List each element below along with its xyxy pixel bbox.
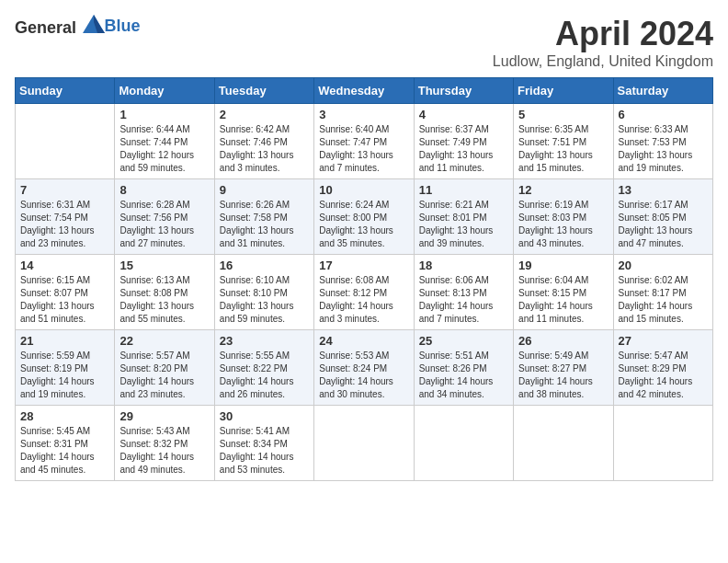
- day-number: 12: [518, 183, 608, 197]
- calendar-table: SundayMondayTuesdayWednesdayThursdayFrid…: [15, 77, 713, 481]
- day-number: 6: [619, 108, 708, 121]
- day-number: 20: [619, 259, 708, 272]
- weekday-header-sunday: Sunday: [16, 78, 115, 104]
- day-info: Sunrise: 6:15 AMSunset: 8:07 PMDaylight:…: [20, 274, 109, 326]
- day-info: Sunrise: 5:45 AMSunset: 8:31 PMDaylight:…: [20, 425, 109, 477]
- day-number: 16: [220, 259, 309, 272]
- day-number: 15: [119, 259, 209, 272]
- calendar-cell: 7Sunrise: 6:31 AMSunset: 7:54 PMDaylight…: [16, 179, 115, 255]
- day-number: 27: [619, 334, 708, 348]
- calendar-cell: [16, 104, 115, 179]
- calendar-cell: 20Sunrise: 6:02 AMSunset: 8:17 PMDayligh…: [613, 255, 712, 330]
- calendar-cell: 17Sunrise: 6:08 AMSunset: 8:12 PMDayligh…: [314, 255, 414, 330]
- day-number: 5: [518, 108, 608, 121]
- day-number: 11: [419, 183, 508, 197]
- day-info: Sunrise: 6:44 AMSunset: 7:44 PMDaylight:…: [119, 123, 209, 175]
- calendar-cell: 2Sunrise: 6:42 AMSunset: 7:46 PMDaylight…: [214, 104, 313, 179]
- calendar-cell: 14Sunrise: 6:15 AMSunset: 8:07 PMDayligh…: [16, 255, 115, 330]
- day-number: 30: [220, 409, 309, 423]
- day-info: Sunrise: 6:37 AMSunset: 7:49 PMDaylight:…: [419, 123, 508, 175]
- calendar-cell: 16Sunrise: 6:10 AMSunset: 8:10 PMDayligh…: [214, 255, 313, 330]
- day-number: 4: [419, 108, 508, 121]
- day-number: 24: [319, 334, 408, 348]
- day-info: Sunrise: 6:06 AMSunset: 8:13 PMDaylight:…: [419, 274, 508, 326]
- day-info: Sunrise: 6:40 AMSunset: 7:47 PMDaylight:…: [319, 123, 408, 175]
- calendar-cell: 8Sunrise: 6:28 AMSunset: 7:56 PMDaylight…: [115, 179, 214, 255]
- day-number: 2: [220, 108, 309, 121]
- calendar-cell: 26Sunrise: 5:49 AMSunset: 8:27 PMDayligh…: [514, 330, 613, 406]
- day-number: 29: [119, 409, 209, 423]
- calendar-cell: [314, 406, 414, 481]
- calendar-header-row: SundayMondayTuesdayWednesdayThursdayFrid…: [16, 78, 713, 104]
- day-info: Sunrise: 6:33 AMSunset: 7:53 PMDaylight:…: [619, 123, 708, 175]
- calendar-week-row: 7Sunrise: 6:31 AMSunset: 7:54 PMDaylight…: [16, 179, 713, 255]
- day-info: Sunrise: 6:10 AMSunset: 8:10 PMDaylight:…: [220, 274, 309, 326]
- calendar-cell: 30Sunrise: 5:41 AMSunset: 8:34 PMDayligh…: [214, 406, 313, 481]
- calendar-week-row: 14Sunrise: 6:15 AMSunset: 8:07 PMDayligh…: [16, 255, 713, 330]
- calendar-week-row: 1Sunrise: 6:44 AMSunset: 7:44 PMDaylight…: [16, 104, 713, 179]
- title-area: April 2024 Ludlow, England, United Kingd…: [493, 15, 713, 70]
- calendar-cell: 6Sunrise: 6:33 AMSunset: 7:53 PMDaylight…: [613, 104, 712, 179]
- day-number: 25: [419, 334, 508, 348]
- weekday-header-saturday: Saturday: [613, 78, 712, 104]
- calendar-cell: [414, 406, 513, 481]
- calendar-cell: 24Sunrise: 5:53 AMSunset: 8:24 PMDayligh…: [314, 330, 414, 406]
- calendar-week-row: 28Sunrise: 5:45 AMSunset: 8:31 PMDayligh…: [16, 406, 713, 481]
- day-info: Sunrise: 5:55 AMSunset: 8:22 PMDaylight:…: [220, 350, 309, 401]
- calendar-cell: 28Sunrise: 5:45 AMSunset: 8:31 PMDayligh…: [16, 406, 115, 481]
- weekday-header-thursday: Thursday: [414, 78, 513, 104]
- logo: General Blue: [15, 15, 141, 38]
- day-info: Sunrise: 6:04 AMSunset: 8:15 PMDaylight:…: [518, 274, 608, 326]
- calendar-cell: 27Sunrise: 5:47 AMSunset: 8:29 PMDayligh…: [613, 330, 712, 406]
- calendar-cell: 12Sunrise: 6:19 AMSunset: 8:03 PMDayligh…: [514, 179, 613, 255]
- month-title: April 2024: [493, 15, 713, 53]
- day-number: 17: [319, 259, 408, 272]
- calendar-cell: 9Sunrise: 6:26 AMSunset: 7:58 PMDaylight…: [214, 179, 313, 255]
- day-number: 18: [419, 259, 508, 272]
- weekday-header-tuesday: Tuesday: [214, 78, 313, 104]
- calendar-cell: 5Sunrise: 6:35 AMSunset: 7:51 PMDaylight…: [514, 104, 613, 179]
- day-number: 19: [518, 259, 608, 272]
- calendar-cell: [514, 406, 613, 481]
- calendar-cell: 29Sunrise: 5:43 AMSunset: 8:32 PMDayligh…: [115, 406, 214, 481]
- calendar-cell: 3Sunrise: 6:40 AMSunset: 7:47 PMDaylight…: [314, 104, 414, 179]
- day-number: 14: [20, 259, 109, 272]
- day-number: 22: [119, 334, 209, 348]
- day-info: Sunrise: 5:47 AMSunset: 8:29 PMDaylight:…: [619, 350, 708, 401]
- day-number: 7: [20, 183, 109, 197]
- weekday-header-monday: Monday: [115, 78, 214, 104]
- day-info: Sunrise: 6:08 AMSunset: 8:12 PMDaylight:…: [319, 274, 408, 326]
- day-info: Sunrise: 5:41 AMSunset: 8:34 PMDaylight:…: [220, 425, 309, 477]
- day-info: Sunrise: 6:19 AMSunset: 8:03 PMDaylight:…: [518, 199, 608, 250]
- day-info: Sunrise: 5:51 AMSunset: 8:26 PMDaylight:…: [419, 350, 508, 401]
- day-info: Sunrise: 5:43 AMSunset: 8:32 PMDaylight:…: [119, 425, 209, 477]
- calendar-cell: 1Sunrise: 6:44 AMSunset: 7:44 PMDaylight…: [115, 104, 214, 179]
- day-info: Sunrise: 5:53 AMSunset: 8:24 PMDaylight:…: [319, 350, 408, 401]
- day-number: 13: [619, 183, 708, 197]
- day-number: 26: [518, 334, 608, 348]
- day-number: 10: [319, 183, 408, 197]
- day-info: Sunrise: 6:42 AMSunset: 7:46 PMDaylight:…: [220, 123, 309, 175]
- calendar-week-row: 21Sunrise: 5:59 AMSunset: 8:19 PMDayligh…: [16, 330, 713, 406]
- day-number: 23: [220, 334, 309, 348]
- day-number: 1: [119, 108, 209, 121]
- day-info: Sunrise: 6:02 AMSunset: 8:17 PMDaylight:…: [619, 274, 708, 326]
- calendar-cell: 11Sunrise: 6:21 AMSunset: 8:01 PMDayligh…: [414, 179, 513, 255]
- day-info: Sunrise: 6:24 AMSunset: 8:00 PMDaylight:…: [319, 199, 408, 250]
- day-number: 9: [220, 183, 309, 197]
- logo-blue: Blue: [105, 17, 141, 35]
- day-info: Sunrise: 5:57 AMSunset: 8:20 PMDaylight:…: [119, 350, 209, 401]
- day-info: Sunrise: 6:17 AMSunset: 8:05 PMDaylight:…: [619, 199, 708, 250]
- day-info: Sunrise: 6:35 AMSunset: 7:51 PMDaylight:…: [518, 123, 608, 175]
- day-number: 28: [20, 409, 109, 423]
- weekday-header-wednesday: Wednesday: [314, 78, 414, 104]
- calendar-cell: 13Sunrise: 6:17 AMSunset: 8:05 PMDayligh…: [613, 179, 712, 255]
- calendar-cell: 21Sunrise: 5:59 AMSunset: 8:19 PMDayligh…: [16, 330, 115, 406]
- day-number: 3: [319, 108, 408, 121]
- weekday-header-friday: Friday: [514, 78, 613, 104]
- calendar-cell: 15Sunrise: 6:13 AMSunset: 8:08 PMDayligh…: [115, 255, 214, 330]
- calendar-cell: 22Sunrise: 5:57 AMSunset: 8:20 PMDayligh…: [115, 330, 214, 406]
- header: General Blue April 2024 Ludlow, England,…: [15, 15, 713, 70]
- logo-general: General: [15, 18, 76, 37]
- calendar-cell: 4Sunrise: 6:37 AMSunset: 7:49 PMDaylight…: [414, 104, 513, 179]
